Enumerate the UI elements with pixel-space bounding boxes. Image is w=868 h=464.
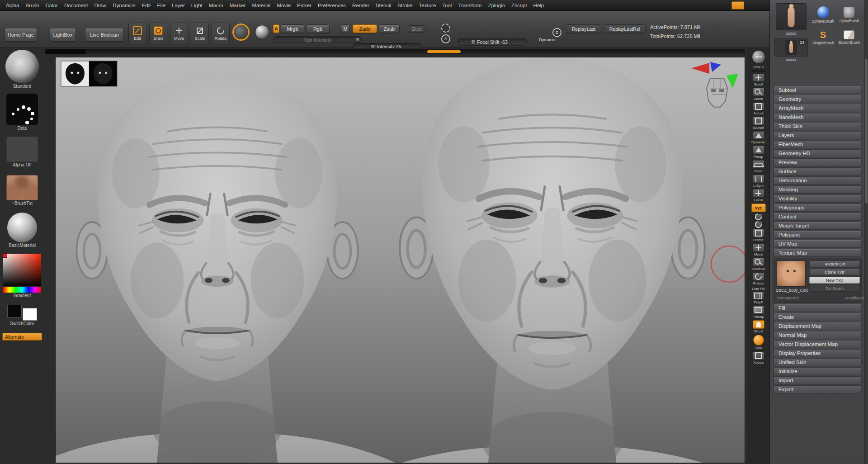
sidebar-item-basic-material[interactable]: BasicMaterial [7, 206, 37, 248]
floor-button[interactable]: Floor [753, 160, 764, 173]
texture-on-button[interactable]: Texture On [809, 260, 860, 267]
sculpt-viewport[interactable] [56, 57, 745, 463]
mrgb-button[interactable]: Mrgb [281, 24, 304, 33]
xyz-symmetry-button[interactable]: xyz [751, 204, 766, 212]
secondary-color-swatch[interactable] [23, 308, 37, 321]
solo-button[interactable]: Solo [753, 335, 764, 350]
tool-section-morph-target[interactable]: Morph Target [774, 222, 862, 230]
edit-mode-button[interactable]: Edit [128, 23, 146, 44]
menu-item-stroke[interactable]: Stroke [394, 3, 415, 8]
replay-last-button[interactable]: ReplayLast [566, 24, 601, 33]
menu-item-file[interactable]: File [154, 3, 169, 8]
a-toggle-button[interactable]: A [273, 24, 279, 33]
menu-item-document[interactable]: Document [61, 3, 91, 8]
panel-scrollbar-handle[interactable] [865, 59, 868, 204]
new-texture-button[interactable]: New Txtr [809, 277, 860, 284]
menu-item-movie[interactable]: Movie [274, 3, 294, 8]
menubar-accent-swatch[interactable] [731, 1, 744, 9]
tool-section-arraymesh[interactable]: ArrayMesh [774, 104, 862, 112]
scrubber-handle[interactable] [427, 50, 461, 53]
scale-mode-button[interactable]: Scale [191, 23, 209, 44]
fix-seam-button[interactable]: Fix Seam [809, 285, 860, 292]
tool-section-vector-displacement-map[interactable]: Vector Displacement Map [774, 340, 862, 348]
rotate-ccw-button[interactable] [755, 213, 763, 220]
tool-section-subtool[interactable]: Subtool [774, 86, 862, 94]
tool-simplebrush[interactable]: S SimpleBrush [811, 27, 836, 48]
tool-spherebrush[interactable]: SphereBrush [811, 4, 836, 26]
sidebar-item-brush-texture[interactable]: ~BrushTxt [6, 168, 38, 206]
draw-mode-button[interactable]: Draw [149, 23, 167, 44]
menu-item-zscript[interactable]: Zscript [508, 3, 530, 8]
local-button[interactable]: Local [753, 189, 764, 202]
rgb-intensity-handle[interactable] [356, 38, 360, 42]
tool-section-initialize[interactable]: Initialize [774, 367, 862, 375]
m-button[interactable]: M [341, 24, 350, 33]
menu-item-render[interactable]: Render [349, 3, 373, 8]
clone-texture-button[interactable]: Clone Txtr [809, 269, 860, 275]
menu-item-material[interactable]: Material [249, 3, 274, 8]
bpr-button[interactable]: BPR [752, 50, 765, 64]
current-tool-thumbnail[interactable] [776, 3, 807, 30]
menu-item-marker[interactable]: Marker [226, 3, 249, 8]
main-color-swatch[interactable] [7, 305, 22, 317]
zsub-button[interactable]: Zsub [379, 24, 400, 33]
aahalf-button[interactable]: AAHalf [753, 117, 764, 130]
hue-bar[interactable] [3, 287, 41, 293]
tool-section-display-properties[interactable]: Display Properties [774, 349, 862, 357]
alternate-button[interactable]: Alternate [2, 333, 42, 341]
menu-item-picker[interactable]: Picker [294, 3, 315, 8]
menu-item-macro[interactable]: Macro [206, 3, 226, 8]
tool-section-normal-map[interactable]: Normal Map [774, 331, 862, 339]
menu-item-transform[interactable]: Transform [455, 3, 485, 8]
tool-section-geometry-hd[interactable]: Geometry HD [774, 149, 862, 157]
menu-item-preferences[interactable]: Preferences [315, 3, 349, 8]
texture-create-section[interactable]: Create [774, 313, 862, 321]
spix-bar[interactable] [751, 70, 766, 72]
tool-section-fibermesh[interactable]: FiberMesh [774, 140, 862, 148]
zcut-button[interactable]: Zcut [408, 25, 426, 33]
recent-tools-box[interactable]: 24 [774, 38, 808, 57]
dynamic-persp-button[interactable]: Dynamic [751, 131, 765, 144]
home-page-button[interactable]: Home Page [5, 28, 37, 42]
dynamic-label[interactable]: Dynamic [539, 37, 556, 42]
scroll-button[interactable]: Scroll [753, 73, 764, 86]
tool-section-displacement-map[interactable]: Displacement Map [774, 322, 862, 330]
menu-item-light[interactable]: Light [188, 3, 206, 8]
tool-section-uv-map[interactable]: UV Map [774, 240, 862, 248]
tool-section-geometry[interactable]: Geometry [774, 95, 862, 103]
antialiased-toggle[interactable]: Antialiased [844, 295, 865, 300]
tool-section-surface[interactable]: Surface [774, 167, 862, 175]
menu-item-layer[interactable]: Layer [169, 3, 188, 8]
sidebar-item-color-picker[interactable]: Gradient [3, 248, 41, 298]
tool-section-unified-skin[interactable]: Unified Skin [774, 358, 862, 366]
xpose-button[interactable]: Xpose [753, 351, 764, 365]
menu-item-dynamics[interactable]: Dynamics [109, 3, 138, 8]
recent-tool-thumbnail[interactable] [785, 40, 797, 55]
replay-d-icon[interactable]: D [552, 28, 561, 37]
tool-section-visibility[interactable]: Visibility [774, 194, 862, 203]
rgb-button[interactable]: Rgb [306, 24, 330, 33]
tool-section-nanomesh[interactable]: NanoMesh [774, 113, 862, 121]
rotate-camera-button[interactable]: Rotate [753, 272, 764, 285]
menu-item-draw[interactable]: Draw [91, 3, 109, 8]
stroke-type-icon[interactable] [441, 24, 450, 33]
tool-section-polygroups[interactable]: Polygroups [774, 204, 862, 212]
sidebar-item-switch-color[interactable]: SwitchColor [7, 298, 37, 327]
zadd-button[interactable]: Zadd [353, 24, 377, 33]
current-brush-preview[interactable] [232, 24, 250, 41]
sidebar-item-alpha-off[interactable]: Alpha Off [6, 131, 38, 168]
menu-item-alpha[interactable]: Alpha [3, 3, 22, 8]
sculpt-document[interactable] [55, 57, 745, 463]
lsym-button[interactable]: L.Sym [753, 175, 764, 188]
replay-last-rel-button[interactable]: ReplayLastRel [604, 24, 646, 33]
menu-item-zplugin[interactable]: Zplugin [485, 3, 508, 8]
tool-section-polypaint[interactable]: Polypaint [774, 231, 862, 239]
tool-section-import[interactable]: Import [774, 376, 862, 384]
transp-button[interactable]: Transp [753, 306, 764, 319]
menu-item-help[interactable]: Help [530, 3, 547, 8]
panel-scrollbar[interactable] [864, 0, 868, 464]
menu-item-stencil[interactable]: Stencil [373, 3, 395, 8]
tool-section-masking[interactable]: Masking [774, 185, 862, 194]
focal-shift-handle[interactable] [471, 40, 475, 44]
document-scrubber[interactable] [45, 49, 745, 54]
